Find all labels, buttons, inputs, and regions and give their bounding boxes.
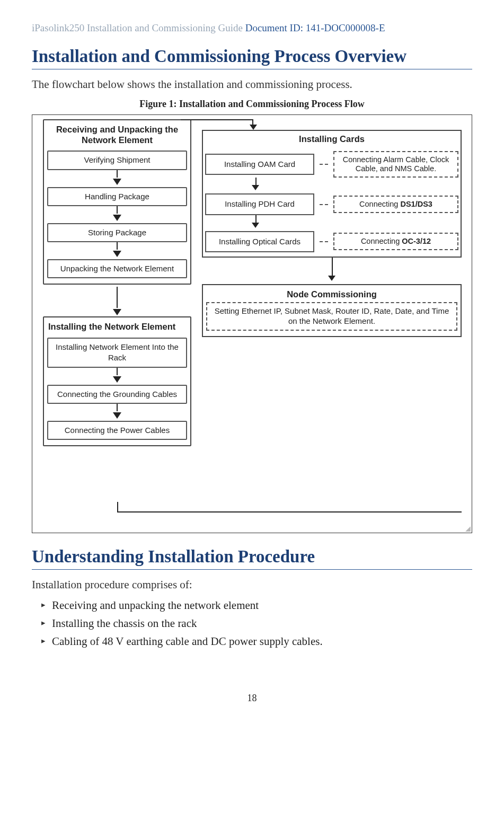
document-id: Document ID: 141-DOC000008-E [245,22,385,33]
conn-alarm-clock-nms: Connecting Alarm Cable, Clock Cable, and… [333,151,458,178]
step-install-rack: Installing Network Element Into the Rack [47,338,187,368]
node-commissioning-box: Setting Ethernet IP, Subnet Mask, Router… [206,302,457,331]
list-item: Cabling of 48 V earthing cable and DC po… [41,634,472,649]
card-row-oam: Installing OAM Card Connecting Alarm Cab… [205,151,458,178]
step-install-oam: Installing OAM Card [205,154,314,175]
arrow-down-icon [250,125,257,130]
elbow-connector [117,511,462,512]
arrow-down-icon [113,412,121,419]
list-item: Installing the chassis on the rack [41,616,472,631]
arrow-down-icon [113,179,121,185]
group-receiving-title: Receiving and Unpacking the Network Elem… [47,123,187,149]
step-install-pdh: Installing PDH Card [205,193,314,215]
dash-connector [320,204,328,205]
group-receiving: Receiving and Unpacking the Network Elem… [43,119,191,285]
step-storing-package: Storing Package [47,223,187,242]
dash-connector [320,164,328,165]
flow-left-column: Receiving and Unpacking the Network Elem… [43,119,191,448]
arrow-down-icon [113,309,121,315]
doc-header: iPasolink250 Installation and Commission… [32,21,472,35]
procedure-list: Receiving and unpacking the network elem… [32,598,472,649]
step-handling-package: Handling Package [47,187,187,206]
arrow-down-icon [328,276,335,281]
section-title-understanding: Understanding Installation Procedure [32,545,472,570]
figure-caption: Figure 1: Installation and Commissioning… [32,98,472,110]
arrow-down-icon [113,251,121,257]
group-install-ne-title: Installing the Network Element [47,321,187,335]
conn-oc3-12: Connecting OC-3/12 [333,233,458,250]
overview-intro: The flowchart below shows the installati… [32,77,472,92]
page-number: 18 [32,692,472,704]
elbow-connector [117,502,118,511]
card-row-pdh: Installing PDH Card Connecting DS1/DS3 [205,193,458,215]
group-install-ne: Installing the Network Element Installin… [43,316,191,446]
conn-ds1-ds3: Connecting DS1/DS3 [333,196,458,213]
flow-right-column: Installing Cards Installing OAM Card Con… [202,119,462,337]
arrow-down-icon [113,376,121,383]
step-ground-cables: Connecting the Grounding Cables [47,385,187,404]
group-installing-cards: Installing Cards Installing OAM Card Con… [202,130,462,258]
flowchart-figure: Receiving and Unpacking the Network Elem… [32,114,472,533]
understanding-intro: Installation procedure comprises of: [32,577,472,592]
arrow-down-icon [113,215,121,221]
step-verify-shipment: Verifying Shipment [47,151,187,170]
step-power-cables: Connecting the Power Cables [47,421,187,440]
step-unpacking: Unpacking the Network Element [47,259,187,278]
resize-grip-icon [465,526,471,532]
list-item: Receiving and unpacking the network elem… [41,598,472,613]
elbow-connector [181,119,253,120]
card-row-optical: Installing Optical Cards Connecting OC-3… [205,231,458,252]
group-cards-title: Installing Cards [205,133,458,148]
dash-connector [320,241,328,242]
arrow-down-icon [252,185,259,190]
product-title: iPasolink250 Installation and Commission… [32,22,243,33]
group-node-commissioning: Node Commissioning Setting Ethernet IP, … [202,284,462,337]
node-commissioning-title: Node Commissioning [206,286,457,302]
step-install-optical: Installing Optical Cards [205,231,314,252]
arrow-down-icon [252,223,259,228]
section-title-overview: Installation and Commissioning Process O… [32,45,472,70]
